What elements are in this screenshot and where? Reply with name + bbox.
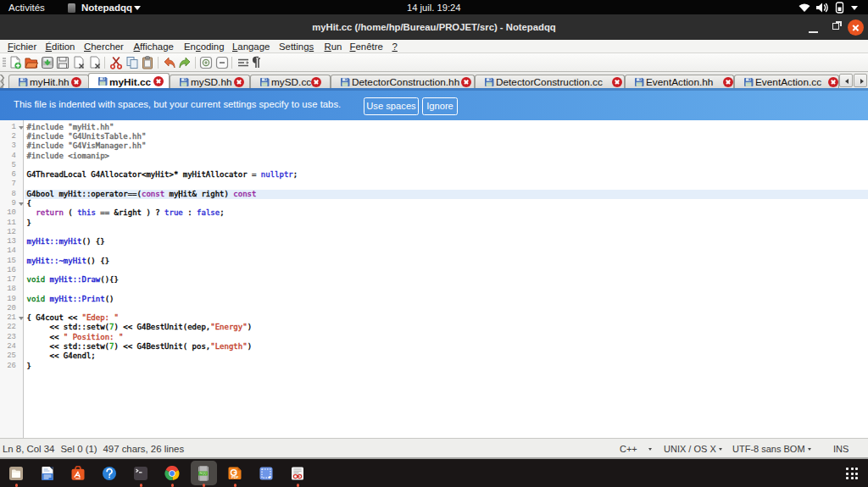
- svg-text:NQQ: NQQ: [200, 472, 207, 475]
- svg-text:PDF: PDF: [231, 475, 239, 479]
